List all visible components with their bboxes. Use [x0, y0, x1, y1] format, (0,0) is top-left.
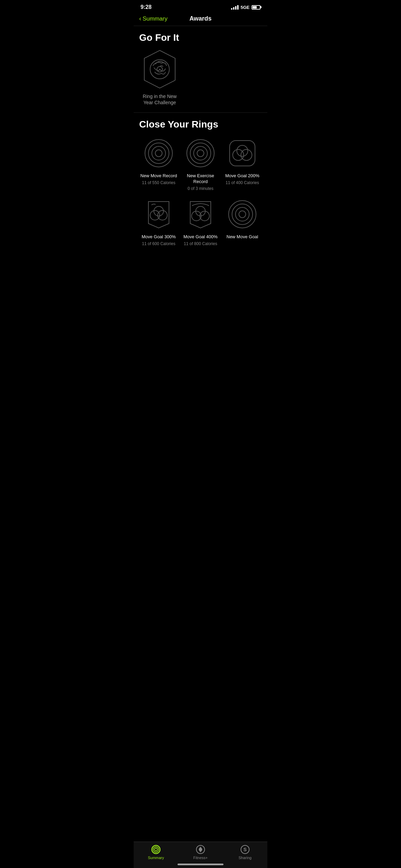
award-label-new-move-record: New Move Record [141, 173, 177, 179]
award-sublabel-new-move-record: 11 of 550 Calories [142, 180, 175, 186]
back-label: Summary [143, 15, 168, 22]
svg-point-23 [235, 207, 249, 221]
go-for-it-section: Go For It Ring in the New Year Challen [134, 26, 267, 113]
scroll-content: Go For It Ring in the New Year Challen [134, 26, 267, 279]
status-bar: 9:28 5GE [134, 0, 267, 12]
award-new-move-goal: New Move Goal [223, 197, 262, 246]
svg-point-15 [154, 206, 163, 216]
signal-icon [231, 5, 239, 10]
award-icon-badge-200 [225, 136, 259, 170]
go-for-it-title: Go For It [139, 32, 262, 43]
award-icon-ribbon-400 [183, 197, 218, 231]
svg-point-10 [197, 150, 204, 157]
award-icon-circles-1 [142, 136, 176, 170]
svg-point-16 [150, 210, 160, 220]
new-year-badge-icon [139, 49, 180, 90]
svg-point-7 [187, 140, 214, 167]
close-rings-title: Close Your Rings [139, 119, 262, 130]
award-icon-circles-3 [225, 197, 259, 231]
award-label-move-goal-200: Move Goal 200% [225, 173, 259, 179]
award-new-exercise-record: New Exercise Record 0 of 3 minutes [181, 136, 220, 191]
svg-point-3 [145, 140, 172, 167]
award-sublabel-move-goal-300: 11 of 600 Calories [142, 241, 175, 247]
award-new-move-record: New Move Record 11 of 550 Calories [139, 136, 178, 191]
page-title: Awards [190, 15, 212, 22]
svg-point-9 [194, 146, 207, 160]
award-move-goal-200: Move Goal 200% 11 of 400 Calories [223, 136, 262, 191]
back-button[interactable]: ‹ Summary [139, 15, 168, 22]
award-move-goal-300: Move Goal 300% 11 of 600 Calories [139, 197, 178, 246]
battery-icon [252, 5, 260, 10]
award-label-new-exercise-record: New Exercise Record [181, 173, 220, 185]
award-sublabel-move-goal-400: 11 of 800 Calories [184, 241, 217, 247]
award-move-goal-400: Move Goal 400% 11 of 800 Calories [181, 197, 220, 246]
award-label-new-move-goal: New Move Goal [227, 234, 258, 240]
svg-point-24 [239, 211, 246, 218]
award-sublabel-move-goal-200: 11 of 400 Calories [226, 180, 259, 186]
award-sublabel-new-exercise-record: 0 of 3 minutes [187, 186, 213, 192]
svg-point-17 [158, 210, 167, 220]
svg-rect-11 [230, 141, 255, 166]
award-icon-ribbon-300 [142, 197, 176, 231]
svg-point-5 [152, 146, 166, 160]
back-chevron-icon: ‹ [139, 15, 141, 22]
nav-bar: ‹ Summary Awards [134, 12, 267, 26]
svg-point-21 [229, 201, 256, 228]
close-rings-section: Close Your Rings New Move Record 11 of 5… [134, 113, 267, 252]
award-label-move-goal-400: Move Goal 400% [183, 234, 218, 240]
go-for-it-badge: Ring in the New Year Challenge [139, 49, 262, 110]
new-year-badge-label: Ring in the New Year Challenge [139, 93, 180, 106]
award-icon-circles-2 [183, 136, 218, 170]
status-time: 9:28 [141, 4, 151, 10]
status-right: 5GE [231, 5, 260, 10]
svg-point-6 [155, 150, 162, 157]
network-type: 5GE [241, 5, 250, 10]
award-label-move-goal-300: Move Goal 300% [142, 234, 176, 240]
awards-grid: New Move Record 11 of 550 Calories New E… [139, 136, 262, 246]
